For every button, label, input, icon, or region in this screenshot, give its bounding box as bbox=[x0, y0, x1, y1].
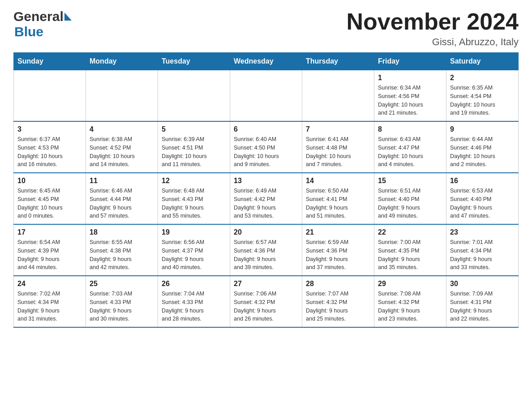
day-info: Sunrise: 7:08 AM Sunset: 4:32 PM Dayligh… bbox=[378, 290, 442, 323]
day-info: Sunrise: 6:43 AM Sunset: 4:47 PM Dayligh… bbox=[378, 135, 442, 169]
logo: General Blue bbox=[13, 9, 72, 39]
day-info: Sunrise: 6:34 AM Sunset: 4:56 PM Dayligh… bbox=[378, 84, 442, 117]
day-info: Sunrise: 6:40 AM Sunset: 4:50 PM Dayligh… bbox=[234, 135, 298, 169]
day-info: Sunrise: 6:57 AM Sunset: 4:36 PM Dayligh… bbox=[234, 238, 298, 272]
day-info: Sunrise: 6:50 AM Sunset: 4:41 PM Dayligh… bbox=[306, 187, 370, 220]
page-header: General Blue November 2024 Gissi, Abruzz… bbox=[13, 9, 519, 48]
calendar-cell: 17Sunrise: 6:54 AM Sunset: 4:39 PM Dayli… bbox=[14, 224, 86, 276]
day-info: Sunrise: 6:55 AM Sunset: 4:38 PM Dayligh… bbox=[90, 238, 154, 272]
calendar-cell bbox=[302, 70, 374, 122]
title-section: November 2024 Gissi, Abruzzo, Italy bbox=[347, 9, 519, 48]
day-info: Sunrise: 6:35 AM Sunset: 4:54 PM Dayligh… bbox=[450, 84, 515, 117]
day-info: Sunrise: 6:46 AM Sunset: 4:44 PM Dayligh… bbox=[90, 187, 154, 220]
weekday-header-friday: Friday bbox=[374, 53, 446, 70]
day-number: 15 bbox=[378, 177, 442, 185]
calendar-cell: 20Sunrise: 6:57 AM Sunset: 4:36 PM Dayli… bbox=[230, 224, 302, 276]
day-number: 17 bbox=[17, 228, 82, 236]
day-info: Sunrise: 7:07 AM Sunset: 4:32 PM Dayligh… bbox=[306, 290, 370, 323]
day-number: 5 bbox=[162, 125, 226, 133]
day-number: 23 bbox=[450, 228, 515, 236]
week-row-3: 10Sunrise: 6:45 AM Sunset: 4:45 PM Dayli… bbox=[14, 173, 519, 224]
calendar-cell: 23Sunrise: 7:01 AM Sunset: 4:34 PM Dayli… bbox=[446, 224, 519, 276]
day-number: 24 bbox=[17, 280, 82, 288]
day-number: 13 bbox=[234, 177, 298, 185]
day-number: 20 bbox=[234, 228, 298, 236]
day-number: 19 bbox=[162, 228, 226, 236]
day-number: 25 bbox=[90, 280, 154, 288]
calendar-cell: 30Sunrise: 7:09 AM Sunset: 4:31 PM Dayli… bbox=[446, 276, 519, 327]
day-info: Sunrise: 6:38 AM Sunset: 4:52 PM Dayligh… bbox=[90, 135, 154, 169]
calendar-cell: 24Sunrise: 7:02 AM Sunset: 4:34 PM Dayli… bbox=[14, 276, 86, 327]
day-number: 30 bbox=[450, 280, 515, 288]
day-number: 6 bbox=[234, 125, 298, 133]
day-number: 2 bbox=[450, 74, 515, 82]
day-info: Sunrise: 7:03 AM Sunset: 4:33 PM Dayligh… bbox=[90, 290, 154, 323]
logo-blue-text: Blue bbox=[14, 24, 43, 39]
calendar-cell bbox=[158, 70, 230, 122]
day-number: 27 bbox=[234, 280, 298, 288]
calendar-cell: 6Sunrise: 6:40 AM Sunset: 4:50 PM Daylig… bbox=[230, 121, 302, 173]
weekday-header-row: SundayMondayTuesdayWednesdayThursdayFrid… bbox=[14, 53, 519, 70]
calendar-cell: 16Sunrise: 6:53 AM Sunset: 4:40 PM Dayli… bbox=[446, 173, 519, 224]
calendar-cell: 15Sunrise: 6:51 AM Sunset: 4:40 PM Dayli… bbox=[374, 173, 446, 224]
weekday-header-thursday: Thursday bbox=[302, 53, 374, 70]
calendar-cell: 10Sunrise: 6:45 AM Sunset: 4:45 PM Dayli… bbox=[14, 173, 86, 224]
week-row-5: 24Sunrise: 7:02 AM Sunset: 4:34 PM Dayli… bbox=[14, 276, 519, 327]
calendar-cell: 11Sunrise: 6:46 AM Sunset: 4:44 PM Dayli… bbox=[86, 173, 158, 224]
day-number: 1 bbox=[378, 74, 442, 82]
day-number: 21 bbox=[306, 228, 370, 236]
day-info: Sunrise: 7:06 AM Sunset: 4:32 PM Dayligh… bbox=[234, 290, 298, 323]
day-info: Sunrise: 6:53 AM Sunset: 4:40 PM Dayligh… bbox=[450, 187, 515, 220]
day-number: 14 bbox=[306, 177, 370, 185]
calendar-cell: 2Sunrise: 6:35 AM Sunset: 4:54 PM Daylig… bbox=[446, 70, 519, 122]
calendar-cell: 13Sunrise: 6:49 AM Sunset: 4:42 PM Dayli… bbox=[230, 173, 302, 224]
day-number: 18 bbox=[90, 228, 154, 236]
week-row-2: 3Sunrise: 6:37 AM Sunset: 4:53 PM Daylig… bbox=[14, 121, 519, 173]
calendar-cell: 21Sunrise: 6:59 AM Sunset: 4:36 PM Dayli… bbox=[302, 224, 374, 276]
day-number: 9 bbox=[450, 125, 515, 133]
calendar-table: SundayMondayTuesdayWednesdayThursdayFrid… bbox=[13, 52, 519, 328]
calendar-cell: 7Sunrise: 6:41 AM Sunset: 4:48 PM Daylig… bbox=[302, 121, 374, 173]
calendar-cell: 8Sunrise: 6:43 AM Sunset: 4:47 PM Daylig… bbox=[374, 121, 446, 173]
calendar-cell bbox=[14, 70, 86, 122]
day-info: Sunrise: 6:39 AM Sunset: 4:51 PM Dayligh… bbox=[162, 135, 226, 169]
day-info: Sunrise: 6:54 AM Sunset: 4:39 PM Dayligh… bbox=[17, 238, 82, 272]
day-info: Sunrise: 7:00 AM Sunset: 4:35 PM Dayligh… bbox=[378, 238, 442, 272]
weekday-header-monday: Monday bbox=[86, 53, 158, 70]
day-number: 26 bbox=[162, 280, 226, 288]
calendar-cell: 28Sunrise: 7:07 AM Sunset: 4:32 PM Dayli… bbox=[302, 276, 374, 327]
week-row-1: 1Sunrise: 6:34 AM Sunset: 4:56 PM Daylig… bbox=[14, 70, 519, 122]
day-info: Sunrise: 6:59 AM Sunset: 4:36 PM Dayligh… bbox=[306, 238, 370, 272]
day-number: 22 bbox=[378, 228, 442, 236]
day-number: 29 bbox=[378, 280, 442, 288]
day-info: Sunrise: 6:45 AM Sunset: 4:45 PM Dayligh… bbox=[17, 187, 82, 220]
calendar-cell: 1Sunrise: 6:34 AM Sunset: 4:56 PM Daylig… bbox=[374, 70, 446, 122]
month-title: November 2024 bbox=[347, 9, 519, 34]
calendar-cell: 22Sunrise: 7:00 AM Sunset: 4:35 PM Dayli… bbox=[374, 224, 446, 276]
calendar-cell: 9Sunrise: 6:44 AM Sunset: 4:46 PM Daylig… bbox=[446, 121, 519, 173]
day-number: 8 bbox=[378, 125, 442, 133]
location: Gissi, Abruzzo, Italy bbox=[347, 36, 519, 48]
week-row-4: 17Sunrise: 6:54 AM Sunset: 4:39 PM Dayli… bbox=[14, 224, 519, 276]
weekday-header-wednesday: Wednesday bbox=[230, 53, 302, 70]
day-info: Sunrise: 6:51 AM Sunset: 4:40 PM Dayligh… bbox=[378, 187, 442, 220]
weekday-header-saturday: Saturday bbox=[446, 53, 519, 70]
day-number: 4 bbox=[90, 125, 154, 133]
weekday-header-sunday: Sunday bbox=[14, 53, 86, 70]
calendar-cell: 3Sunrise: 6:37 AM Sunset: 4:53 PM Daylig… bbox=[14, 121, 86, 173]
day-info: Sunrise: 7:02 AM Sunset: 4:34 PM Dayligh… bbox=[17, 290, 82, 323]
calendar-cell: 18Sunrise: 6:55 AM Sunset: 4:38 PM Dayli… bbox=[86, 224, 158, 276]
calendar-cell: 12Sunrise: 6:48 AM Sunset: 4:43 PM Dayli… bbox=[158, 173, 230, 224]
day-info: Sunrise: 6:44 AM Sunset: 4:46 PM Dayligh… bbox=[450, 135, 515, 169]
day-info: Sunrise: 7:09 AM Sunset: 4:31 PM Dayligh… bbox=[450, 290, 515, 323]
day-info: Sunrise: 6:49 AM Sunset: 4:42 PM Dayligh… bbox=[234, 187, 298, 220]
logo-general-text: General bbox=[13, 9, 64, 24]
calendar-cell: 27Sunrise: 7:06 AM Sunset: 4:32 PM Dayli… bbox=[230, 276, 302, 327]
calendar-cell: 4Sunrise: 6:38 AM Sunset: 4:52 PM Daylig… bbox=[86, 121, 158, 173]
day-info: Sunrise: 6:48 AM Sunset: 4:43 PM Dayligh… bbox=[162, 187, 226, 220]
logo-arrow-icon bbox=[64, 13, 72, 21]
calendar-cell bbox=[86, 70, 158, 122]
weekday-header-tuesday: Tuesday bbox=[158, 53, 230, 70]
day-number: 16 bbox=[450, 177, 515, 185]
calendar-cell: 19Sunrise: 6:56 AM Sunset: 4:37 PM Dayli… bbox=[158, 224, 230, 276]
